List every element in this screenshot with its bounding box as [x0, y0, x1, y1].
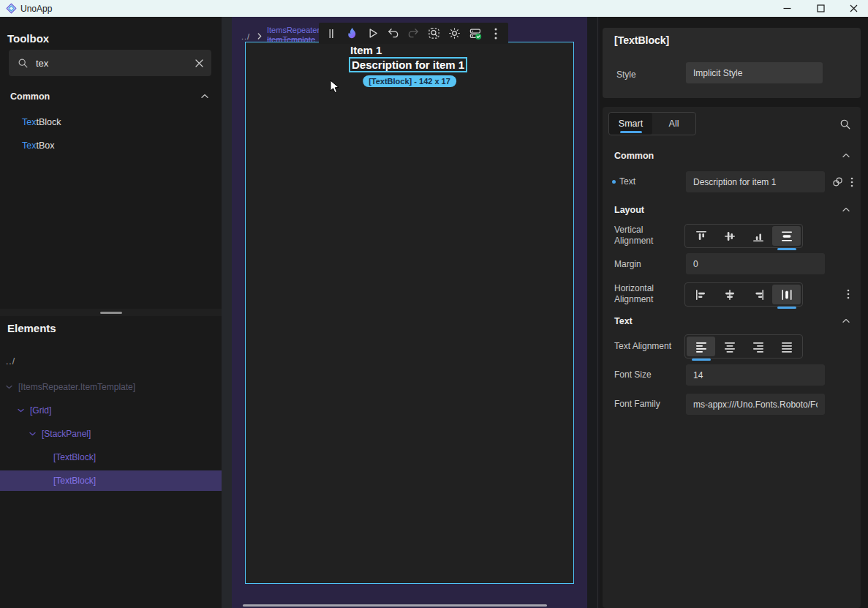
- style-input[interactable]: [686, 62, 823, 83]
- tree-root-up[interactable]: ../: [6, 356, 15, 367]
- text-align-justify-icon: [780, 339, 794, 354]
- close-button[interactable]: [841, 0, 866, 17]
- active-tab-indicator: [620, 131, 642, 133]
- left-panel: Toolbox Common TextBlock TextBox: [0, 17, 222, 608]
- tab-label: All: [669, 119, 679, 129]
- inspector-tabs: Smart All: [608, 112, 696, 135]
- design-surface[interactable]: Item 1 Description for item 1 [TextBlock…: [245, 42, 574, 584]
- textalign-left-button[interactable]: [687, 337, 715, 356]
- textblock-description-selected[interactable]: Description for item 1: [349, 57, 467, 72]
- horizontal-alignment-group: [684, 282, 803, 307]
- theme-toggle-button[interactable]: [447, 26, 463, 42]
- halign-left-button[interactable]: [687, 285, 715, 304]
- play-button[interactable]: [364, 26, 380, 42]
- font-family-label: Font Family: [614, 399, 660, 410]
- align-vcenter-icon: [722, 229, 737, 244]
- valign-center-button[interactable]: [715, 226, 744, 246]
- server-status-button[interactable]: [467, 26, 483, 42]
- undo-button[interactable]: [385, 26, 401, 42]
- selected-element-title: [TextBlock]: [614, 34, 669, 46]
- textalign-right-button[interactable]: [744, 337, 772, 356]
- section-label: Common: [10, 91, 50, 102]
- tree-item-label: [StackPanel]: [42, 429, 91, 439]
- margin-input[interactable]: [686, 253, 825, 274]
- tab-all[interactable]: All: [652, 113, 695, 135]
- tree-item-grid[interactable]: [Grid]: [0, 400, 222, 421]
- margin-label: Margin: [614, 259, 641, 270]
- sun-icon: [448, 27, 461, 40]
- toolbar-more-button[interactable]: [488, 26, 504, 42]
- text-align-center-icon: [722, 339, 737, 354]
- selected-indicator: [777, 307, 796, 309]
- valign-top-button[interactable]: [687, 226, 715, 246]
- section-header-common[interactable]: Common: [614, 151, 654, 161]
- tab-smart[interactable]: Smart: [609, 113, 652, 135]
- hot-reload-button[interactable]: [344, 26, 360, 42]
- minimize-icon: [783, 4, 791, 12]
- titlebar: UnoApp: [0, 0, 868, 17]
- selected-indicator: [692, 359, 711, 361]
- alignment-more-icon[interactable]: [847, 289, 850, 299]
- section-header-text[interactable]: Text: [614, 316, 633, 326]
- undo-icon: [387, 27, 399, 40]
- element-picker-icon: [428, 27, 440, 40]
- designer-toolbar: [319, 23, 508, 44]
- textalign-center-button[interactable]: [715, 337, 744, 356]
- toolbar-drag-handle[interactable]: [323, 26, 339, 42]
- search-clear-button[interactable]: [187, 59, 211, 67]
- stackpanel-preview: Item 1 Description for item 1: [349, 44, 471, 72]
- halign-stretch-button[interactable]: [772, 285, 801, 304]
- valign-stretch-button[interactable]: [772, 226, 801, 246]
- drag-handle-icon: [328, 29, 334, 39]
- element-picker-button[interactable]: [426, 26, 442, 42]
- properties-search-icon[interactable]: [839, 119, 851, 130]
- selected-indicator: [777, 248, 796, 250]
- toolbox-item-textbox[interactable]: TextBox: [0, 135, 222, 156]
- text-property-menu-icon[interactable]: [850, 177, 853, 187]
- kebab-menu-icon: [494, 28, 497, 40]
- vertical-alignment-group: [684, 224, 803, 248]
- tree-item-itemsrepeater-itemtemplate[interactable]: [ItemsRepeater.ItemTemplate]: [0, 377, 222, 397]
- tree-item-label: [TextBlock]: [53, 452, 96, 462]
- chevron-down-icon[interactable]: [29, 432, 36, 436]
- chevron-down-icon[interactable]: [6, 385, 12, 389]
- chevron-down-icon[interactable]: [18, 408, 24, 413]
- align-bottom-icon: [751, 229, 766, 244]
- textblock-item-title[interactable]: Item 1: [349, 44, 471, 56]
- font-family-input[interactable]: [686, 394, 825, 415]
- splitter-handle[interactable]: [100, 312, 122, 314]
- canvas-horizontal-scrollbar[interactable]: [243, 604, 547, 607]
- breadcrumb-up[interactable]: ../: [241, 32, 250, 41]
- tree-item-textblock-2-selected[interactable]: [TextBlock]: [0, 470, 222, 491]
- redo-button[interactable]: [405, 26, 421, 42]
- minimize-button[interactable]: [774, 0, 799, 17]
- toolbox-search-input[interactable]: [36, 58, 187, 69]
- align-hstretch-icon: [780, 288, 794, 302]
- binding-link-icon[interactable]: [831, 176, 844, 188]
- chevron-up-icon[interactable]: [842, 318, 850, 323]
- align-right-icon: [751, 288, 766, 302]
- align-top-icon: [694, 229, 709, 244]
- toolbox-item-textblock[interactable]: TextBlock: [0, 112, 222, 132]
- halign-center-button[interactable]: [715, 285, 744, 304]
- tree-item-stackpanel[interactable]: [StackPanel]: [0, 424, 222, 444]
- align-left-icon: [694, 288, 709, 302]
- breadcrumb-itemsrepeater[interactable]: ItemsRepeater: [267, 26, 320, 35]
- maximize-button[interactable]: [808, 0, 833, 17]
- font-size-input[interactable]: [686, 364, 825, 386]
- toolbox-section-common[interactable]: Common: [0, 87, 222, 106]
- section-header-layout[interactable]: Layout: [614, 205, 644, 215]
- tree-item-textblock-1[interactable]: [TextBlock]: [0, 447, 222, 468]
- chevron-right-icon: [257, 33, 262, 40]
- chevron-up-icon[interactable]: [842, 153, 850, 158]
- app-window: UnoApp Toolbox Common: [0, 0, 868, 608]
- clear-icon: [195, 59, 203, 67]
- text-property-input[interactable]: [686, 171, 825, 192]
- textalign-justify-button[interactable]: [772, 337, 801, 356]
- play-icon: [366, 27, 379, 40]
- halign-right-button[interactable]: [744, 285, 772, 304]
- panel-divider: [597, 17, 598, 608]
- valign-bottom-button[interactable]: [744, 226, 772, 246]
- toolbox-search[interactable]: [9, 50, 211, 76]
- chevron-up-icon[interactable]: [842, 207, 850, 212]
